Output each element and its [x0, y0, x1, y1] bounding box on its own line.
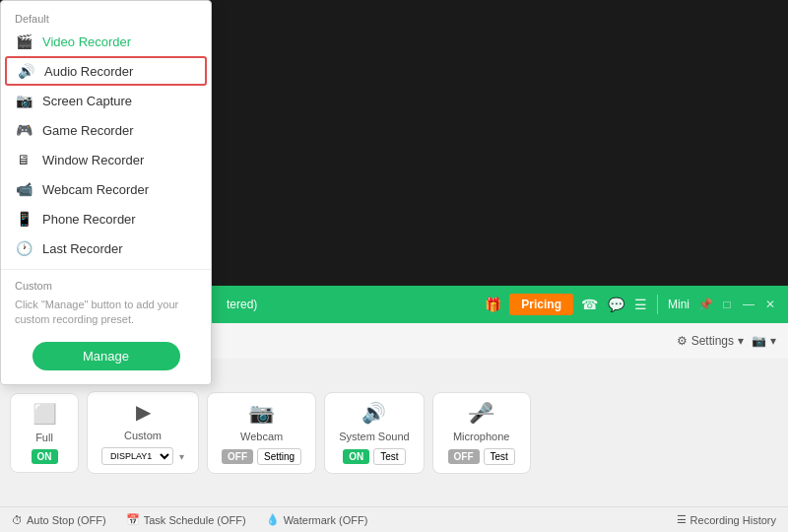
menu-item-video-recorder[interactable]: 🎬 Video Recorder — [1, 27, 211, 56]
camera-icon: 📷 — [752, 334, 766, 348]
system-sound-test-button[interactable]: Test — [373, 448, 405, 465]
pin-button[interactable]: 📌 — [697, 297, 713, 312]
webcam-toggle[interactable]: OFF — [222, 449, 253, 464]
menu-item-screen-capture[interactable]: 📷 Screen Capture — [1, 86, 211, 115]
microphone-toggle[interactable]: OFF — [448, 449, 480, 464]
window-recorder-icon: 🖥 — [15, 152, 33, 167]
full-toggle[interactable]: ON — [32, 449, 58, 464]
webcam-icon: 📷 — [249, 401, 274, 425]
gift-icon: 🎁 — [485, 297, 501, 312]
manage-button[interactable]: Manage — [33, 342, 180, 370]
history-icon: ☰ — [677, 513, 687, 526]
custom-label: Custom — [124, 430, 162, 441]
settings-button[interactable]: ⚙ Settings ▾ — [677, 334, 744, 348]
microphone-label: Microphone — [453, 431, 509, 442]
screen-capture-icon: 📷 — [15, 93, 33, 108]
phone-recorder-icon: 📱 — [15, 211, 33, 227]
app-container: tered) 🎁 Pricing ☎ 💬 ☰ Mini 📌 □ — ✕ ⚙ Se… — [0, 0, 788, 532]
camera-chevron-icon: ▾ — [770, 334, 776, 348]
webcam-bottom-row: OFF Setting — [222, 448, 301, 465]
minimize-button[interactable]: — — [741, 297, 756, 312]
camera-button[interactable]: 📷 ▾ — [752, 334, 776, 348]
microphone-icon: 🎤 — [469, 401, 493, 425]
mini-label[interactable]: Mini — [668, 298, 690, 311]
close-button[interactable]: ✕ — [762, 297, 778, 312]
recording-history-button[interactable]: ☰ Recording History — [677, 513, 776, 526]
dropdown-menu: Default 🎬 Video Recorder 🔊 Audio Recorde… — [0, 0, 212, 385]
task-schedule-icon: 📅 — [126, 513, 140, 526]
menu-icon[interactable]: ☰ — [634, 297, 647, 312]
settings-icon: ⚙ — [677, 334, 688, 348]
settings-chevron-icon: ▾ — [738, 334, 744, 348]
system-sound-icon: 🔊 — [361, 401, 386, 425]
microphone-test-button[interactable]: Test — [484, 448, 515, 465]
last-recorder-icon: 🕐 — [15, 240, 33, 256]
phone-icon[interactable]: ☎ — [581, 297, 598, 312]
full-toggle-row: ON — [32, 449, 58, 464]
video-recorder-icon: 🎬 — [15, 33, 33, 49]
toolbar-icons: ☎ 💬 ☰ — [581, 297, 647, 312]
menu-item-last-recorder[interactable]: 🕐 Last Recorder — [1, 233, 211, 263]
system-sound-toggle[interactable]: ON — [343, 449, 369, 464]
system-sound-card: 🔊 System Sound ON Test — [324, 392, 425, 474]
full-card: ⬜ Full ON — [10, 393, 79, 473]
auto-stop-icon: ⏱ — [12, 514, 23, 526]
webcam-setting-button[interactable]: Setting — [257, 448, 301, 465]
menu-item-window-recorder[interactable]: 🖥 Window Recorder — [1, 145, 211, 174]
custom-card: ▶ Custom DISPLAY1 ▾ — [87, 391, 199, 474]
toolbar-divider — [657, 295, 658, 314]
custom-icon: ▶ — [136, 400, 151, 424]
full-icon: ⬜ — [33, 402, 57, 426]
menu-item-audio-recorder[interactable]: 🔊 Audio Recorder — [5, 56, 207, 86]
webcam-label: Webcam — [240, 431, 283, 442]
menu-divider — [1, 269, 211, 270]
audio-recorder-icon: 🔊 — [17, 63, 34, 79]
menu-item-phone-recorder[interactable]: 📱 Phone Recorder — [1, 204, 211, 233]
auto-stop-status[interactable]: ⏱ Auto Stop (OFF) — [12, 514, 106, 526]
custom-chevron-icon: ▾ — [179, 451, 184, 462]
custom-section-label: Custom — [1, 276, 211, 294]
window-controls: 📌 □ — ✕ — [697, 297, 778, 312]
custom-bottom-row: DISPLAY1 ▾ — [101, 447, 184, 465]
watermark-icon: 💧 — [266, 513, 280, 526]
game-recorder-icon: 🎮 — [15, 122, 33, 138]
display-select[interactable]: DISPLAY1 — [101, 447, 173, 465]
custom-hint-section: Click "Manage" button to add your custom… — [1, 294, 211, 334]
menu-item-webcam-recorder[interactable]: 📹 Webcam Recorder — [1, 174, 211, 204]
microphone-card: 🎤 Microphone OFF Test — [432, 392, 531, 474]
watermark-status[interactable]: 💧 Watermark (OFF) — [266, 513, 368, 526]
webcam-card: 📷 Webcam OFF Setting — [207, 392, 316, 474]
system-sound-bottom-row: ON Test — [343, 448, 405, 465]
full-label: Full — [35, 432, 53, 443]
menu-item-game-recorder[interactable]: 🎮 Game Recorder — [1, 115, 211, 145]
custom-hint-text: Click "Manage" button to add your custom… — [15, 298, 197, 328]
maximize-button[interactable]: □ — [719, 297, 735, 312]
status-bar: ⏱ Auto Stop (OFF) 📅 Task Schedule (OFF) … — [0, 506, 788, 532]
default-section-label: Default — [1, 9, 211, 27]
task-schedule-status[interactable]: 📅 Task Schedule (OFF) — [126, 513, 246, 526]
system-sound-label: System Sound — [339, 431, 410, 442]
webcam-recorder-icon: 📹 — [15, 181, 33, 197]
chat-icon[interactable]: 💬 — [608, 297, 624, 312]
pricing-button[interactable]: Pricing — [509, 294, 573, 315]
microphone-bottom-row: OFF Test — [448, 448, 515, 465]
